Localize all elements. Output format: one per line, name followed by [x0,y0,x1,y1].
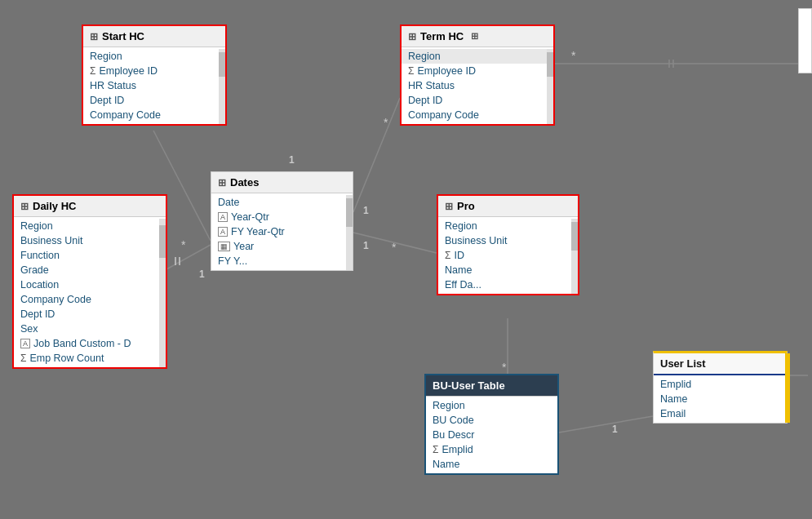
svg-text:*: * [502,361,507,374]
field-name: Dept ID [20,308,55,320]
sigma-icon: Σ [408,65,414,77]
az-icon: A [20,339,30,348]
term-hc-title: Term HC [420,30,464,42]
table-row: Function [14,248,166,263]
field-name: Sex [20,323,38,335]
table-row: Region [438,219,578,233]
svg-line-2 [353,98,400,212]
field-name: FY Year-Qtr [231,226,285,237]
table-icon: ⊞ [408,31,416,42]
daily-hc-title: Daily HC [33,200,76,212]
field-name: Date [218,197,239,208]
table-row: Company Code [14,292,166,307]
field-name: Name [660,393,687,405]
field-name: Emplid [441,444,473,455]
pro-title: Pro [457,200,475,212]
field-name: Business Unit [20,235,82,246]
table-row: A FY Year-Qtr [211,224,353,239]
daily-hc-header: ⊞ Daily HC [14,196,166,217]
table-icon: ⊞ [90,31,98,42]
dates-header: ⊞ Dates [211,172,353,193]
table-row: Region [402,49,553,64]
user-list-title: User List [660,357,706,370]
table-row: Bu Descr [426,428,557,442]
svg-text:1: 1 [612,424,618,435]
svg-text:1: 1 [199,268,205,280]
svg-text:*: * [384,116,388,129]
table-row: Region [426,398,557,413]
bu-user-body: Region BU Code Bu Descr Σ Emplid Name [426,397,557,473]
field-name: Company Code [90,109,161,121]
table-row: A Job Band Custom - D [14,336,166,351]
bu-user-title: BU-User Table [433,379,505,392]
sigma-icon: Σ [433,444,438,455]
pro-header: ⊞ Pro [438,196,578,217]
field-name: Grade [20,264,49,276]
table-row: Company Code [83,108,225,122]
table-row: Eff Da... [438,277,578,292]
field-name: HR Status [90,80,136,91]
term-hc-extra-icon: ⊞ [471,31,478,42]
field-name: Location [20,279,59,291]
bu-user-header: BU-User Table [426,375,557,397]
term-hc-header: ⊞ Term HC ⊞ [402,26,553,47]
dates-table: ⊞ Dates Date A Year-Qtr A FY Year-Qtr ▦ … [211,171,353,271]
table-row: Σ Emp Row Count [14,351,166,366]
table-row: Dept ID [402,93,553,108]
table-row: Grade [14,263,166,277]
icon-field: ▦ [218,242,230,251]
table-row: Name [654,392,787,406]
az-icon: A [218,212,228,222]
field-name: Employee ID [417,65,476,77]
table-row: Region [14,219,166,233]
field-name: HR Status [408,80,455,91]
table-row: Name [438,263,578,277]
field-name: Employee ID [99,65,158,77]
svg-text:1: 1 [363,240,369,251]
table-row: Email [654,406,787,421]
table-row: A Year-Qtr [211,210,353,224]
field-name: Emp Row Count [29,353,104,364]
start-hc-title: Start HC [102,30,144,42]
table-row: ▦ Year [211,239,353,254]
pro-table: ⊞ Pro Region Business Unit Σ ID Name Eff… [437,194,579,295]
field-name: Name [445,264,472,276]
field-name: Job Band Custom - D [33,338,131,349]
field-name: Company Code [408,109,479,121]
table-row: Company Code [402,108,553,122]
field-name: Eff Da... [445,279,481,291]
field-name: Emplid [660,379,691,390]
svg-text:1: 1 [363,205,369,216]
table-icon: ⊞ [445,201,453,212]
svg-text:*: * [571,49,576,62]
field-name: Company Code [20,294,91,305]
table-row: Emplid [654,377,787,392]
sigma-icon: Σ [90,65,95,77]
table-row: HR Status [402,78,553,93]
field-name: Year [233,241,254,252]
svg-text:*: * [392,241,397,254]
svg-line-9 [559,416,653,432]
table-row: Dept ID [14,307,166,322]
field-name: Bu Descr [433,429,474,441]
table-row: Date [211,195,353,210]
table-row: Σ ID [438,248,578,263]
user-list-table: User List Emplid Name Email [653,351,788,424]
field-name: Business Unit [445,235,507,246]
svg-text:*: * [181,238,186,251]
table-row: Business Unit [438,233,578,248]
field-name: Email [660,408,686,419]
field-name: Region [433,400,465,411]
field-name: Year-Qtr [231,211,269,223]
start-hc-body: Region Σ Employee ID HR Status Dept ID C… [83,47,225,124]
dates-body: Date A Year-Qtr A FY Year-Qtr ▦ Year FY … [211,193,353,270]
table-row: Business Unit [14,233,166,248]
start-hc-table: ⊞ Start HC Region Σ Employee ID HR Statu… [82,24,227,126]
field-name: ID [454,250,464,261]
table-row: Σ Emplid [426,442,557,457]
bu-user-table: BU-User Table Region BU Code Bu Descr Σ … [424,374,559,475]
field-name: Region [408,51,441,62]
table-row: Name [426,457,557,472]
table-row: Dept ID [83,93,225,108]
user-list-body: Emplid Name Email [654,375,787,423]
